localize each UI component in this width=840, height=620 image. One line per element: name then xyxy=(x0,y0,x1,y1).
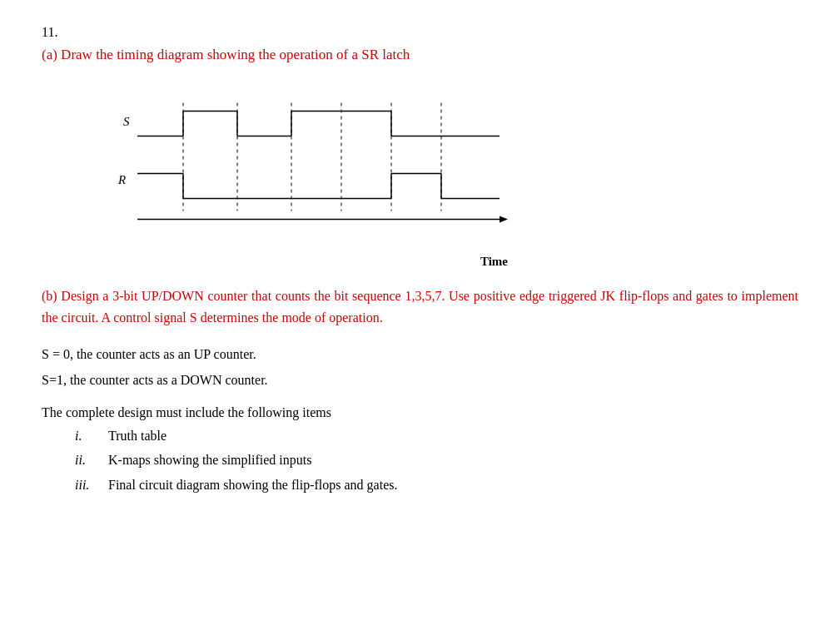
time-label: Time xyxy=(92,255,574,269)
condition-s0: S = 0, the counter acts as an UP counter… xyxy=(42,343,798,365)
condition-s1: S=1, the counter acts as a DOWN counter. xyxy=(42,369,798,391)
list-item: ii. K-maps showing the simplified inputs xyxy=(75,449,798,471)
part-b-text: (b) Design a 3-bit UP/DOWN counter that … xyxy=(42,285,798,328)
timing-diagram-container: S R xyxy=(92,80,574,246)
list-item: iii. Final circuit diagram showing the f… xyxy=(75,474,798,496)
item-text-iii: Final circuit diagram showing the flip-f… xyxy=(108,474,798,496)
question-number: 11. xyxy=(42,25,798,40)
roman-iii: iii. xyxy=(75,474,108,496)
svg-text:R: R xyxy=(117,173,126,186)
list-item: i. Truth table xyxy=(75,425,798,447)
roman-i: i. xyxy=(75,425,108,447)
items-list: i. Truth table ii. K-maps showing the si… xyxy=(75,425,798,496)
item-text-i: Truth table xyxy=(108,425,798,447)
items-header: The complete design must include the fol… xyxy=(42,405,798,420)
svg-marker-25 xyxy=(500,216,508,223)
roman-ii: ii. xyxy=(75,449,108,471)
svg-text:S: S xyxy=(123,115,130,128)
part-a-title: (a) Draw the timing diagram showing the … xyxy=(42,47,798,63)
item-text-ii: K-maps showing the simplified inputs xyxy=(108,449,798,471)
